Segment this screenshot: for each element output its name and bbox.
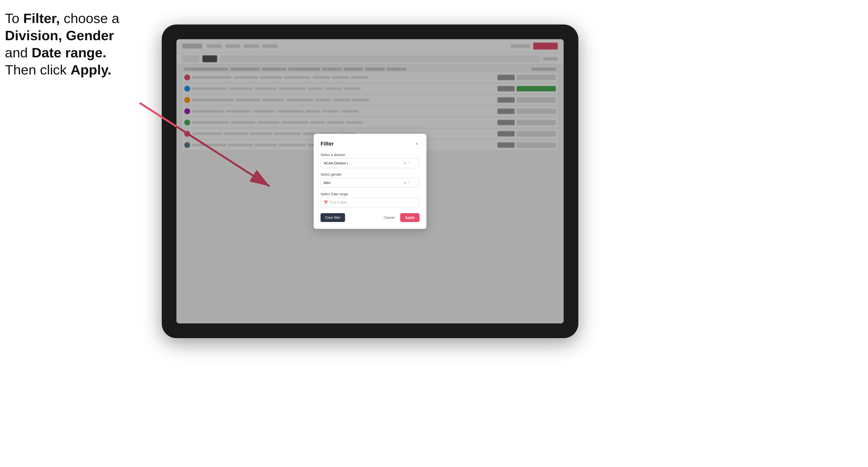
modal-title: Filter [320, 141, 334, 147]
chevron-icon: ⌃ [408, 161, 410, 165]
clear-icon: ✕ [404, 181, 406, 185]
date-range-field: Select Date range 📅 Pick a date [320, 192, 420, 207]
clear-icon: ✕ [404, 161, 406, 165]
clear-filter-button[interactable]: Clear filter [320, 213, 345, 222]
modal-footer-right: Cancel Apply [380, 213, 420, 222]
gender-label: Select gender [320, 173, 420, 177]
date-range-input[interactable]: 📅 Pick a date [320, 197, 420, 207]
instruction-line1: To Filter, choose a [5, 10, 119, 26]
modal-footer: Clear filter Cancel Apply [320, 213, 420, 222]
date-range-label: Select Date range [320, 192, 420, 196]
division-field: Select a division NCAA Division I ✕ ⌃ [320, 153, 420, 168]
calendar-icon: 📅 [324, 200, 328, 204]
division-select-value: NCAA Division I [324, 161, 404, 165]
chevron-icon: ⌃ [408, 181, 410, 185]
instruction-text: To Filter, choose a Division, Gender and… [5, 10, 142, 79]
division-select[interactable]: NCAA Division I ✕ ⌃ [320, 158, 420, 168]
instruction-line4: Then click Apply. [5, 62, 112, 77]
gender-field: Select gender Men ✕ ⌃ [320, 173, 420, 188]
cancel-button[interactable]: Cancel [380, 213, 398, 222]
division-label: Select a division [320, 153, 420, 157]
apply-button[interactable]: Apply [400, 213, 420, 222]
gender-select-value: Men [324, 181, 404, 185]
instruction-line2: Division, Gender [5, 28, 114, 43]
modal-close-button[interactable]: × [414, 141, 420, 147]
gender-select[interactable]: Men ✕ ⌃ [320, 178, 420, 188]
filter-modal: Filter × Select a division NCAA Division… [314, 134, 426, 229]
division-select-icons: ✕ ⌃ [404, 161, 410, 165]
tablet-frame: Filter × Select a division NCAA Division… [162, 25, 578, 338]
date-placeholder: Pick a date [330, 200, 347, 204]
tablet-screen: Filter × Select a division NCAA Division… [177, 39, 564, 323]
modal-header: Filter × [320, 141, 420, 147]
instruction-line3: and Date range. [5, 45, 106, 60]
modal-overlay: Filter × Select a division NCAA Division… [177, 39, 564, 323]
gender-select-icons: ✕ ⌃ [404, 181, 410, 185]
